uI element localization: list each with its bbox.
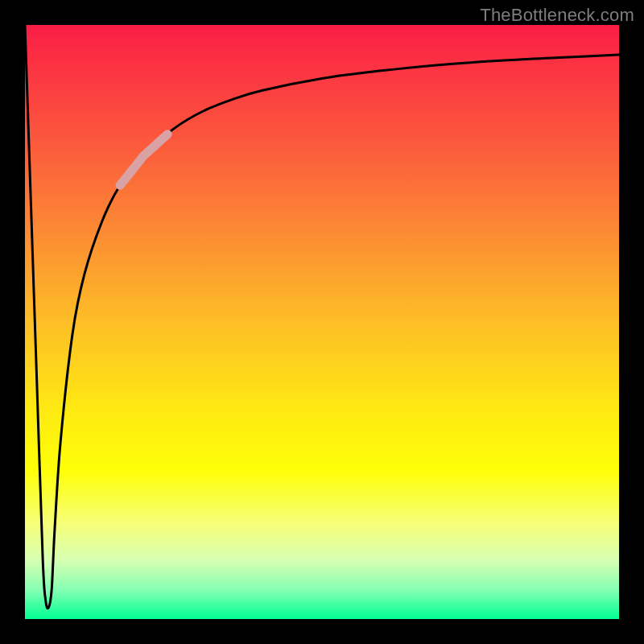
curve-layer	[25, 25, 619, 619]
bottleneck-curve	[25, 25, 619, 609]
chart-canvas: TheBottleneck.com	[0, 0, 644, 644]
highlight-segment	[120, 134, 167, 185]
watermark-label: TheBottleneck.com	[480, 5, 634, 26]
plot-area	[25, 25, 619, 619]
